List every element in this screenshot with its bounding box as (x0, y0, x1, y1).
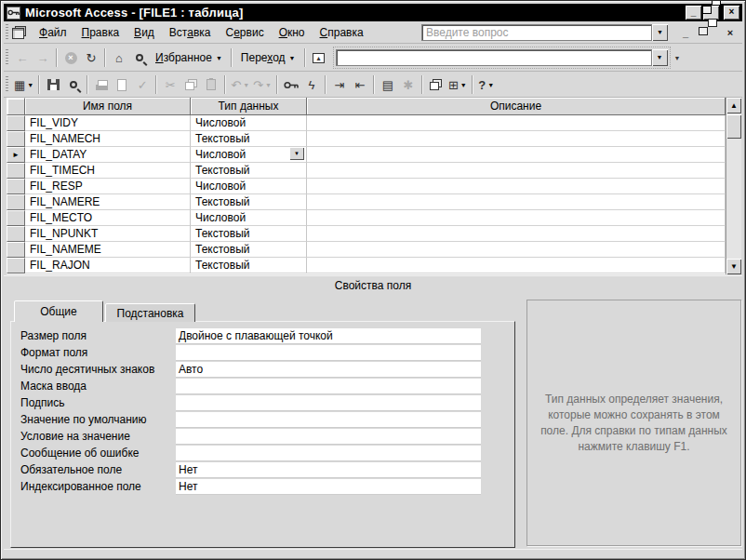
menu-tools[interactable]: Сервис (219, 23, 272, 42)
row-selector[interactable] (7, 242, 25, 258)
data-type-cell[interactable]: Текстовый (191, 258, 307, 273)
prop-field-size[interactable]: Двойное с плавающей точкой (176, 328, 481, 344)
field-name-cell[interactable]: FIL_NAMEME (25, 242, 191, 258)
prop-caption[interactable] (176, 395, 481, 411)
description-cell[interactable] (307, 242, 726, 258)
description-cell[interactable] (307, 147, 726, 163)
row-selector[interactable] (7, 131, 25, 147)
data-type-dropdown-icon[interactable]: ▼ (289, 147, 304, 160)
prop-default-value[interactable] (176, 412, 481, 428)
forward-button[interactable]: → (33, 48, 53, 68)
field-name-cell[interactable]: FIL_RAJON (25, 258, 191, 273)
child-minimize-button[interactable]: _ (679, 27, 692, 38)
field-name-cell[interactable]: FIL_VIDY (25, 115, 191, 131)
toolbar-gripper[interactable] (6, 76, 8, 93)
field-name-cell[interactable]: FIL_NAMERE (25, 194, 191, 210)
question-dropdown-icon[interactable]: ▼ (652, 24, 668, 41)
table-window-icon[interactable] (12, 26, 26, 39)
field-name-cell[interactable]: FIL_RESP (25, 179, 191, 194)
data-type-cell[interactable]: Числовой ▼ (191, 147, 307, 163)
menu-edit[interactable]: Правка (74, 23, 127, 42)
data-type-cell[interactable]: Текстовый (191, 194, 307, 210)
home-button[interactable]: ⌂ (109, 48, 129, 68)
row-selector[interactable] (7, 179, 25, 194)
row-selector[interactable] (7, 163, 25, 179)
minimize-button[interactable]: _ (686, 6, 701, 20)
copy-button[interactable] (180, 75, 201, 95)
row-selector[interactable] (7, 226, 25, 242)
row-selector-current[interactable]: ► (7, 147, 25, 163)
scroll-down-icon[interactable]: ▼ (726, 259, 741, 274)
refresh-button[interactable]: ↻ (81, 48, 101, 68)
address-dropdown-icon[interactable]: ▼ (652, 49, 668, 66)
toolbar-gripper[interactable] (6, 24, 8, 41)
field-name-cell[interactable]: FIL_NAMECH (25, 131, 191, 147)
insert-rows-button[interactable]: ⇥ (329, 75, 350, 95)
description-cell[interactable] (307, 194, 726, 210)
restore-button[interactable] (703, 6, 719, 20)
search-web-button[interactable] (129, 48, 150, 68)
back-button[interactable]: ← (12, 48, 33, 68)
field-name-cell[interactable]: FIL_MECTO (25, 210, 191, 226)
spelling-button[interactable]: ✓ (132, 75, 153, 95)
menu-window[interactable]: Окно (272, 23, 313, 42)
prop-input-mask[interactable] (176, 379, 481, 394)
indexes-button[interactable]: ϟ (301, 75, 322, 95)
show-web-toolbar-button[interactable]: ▴ (309, 48, 329, 68)
new-object-button[interactable]: ⊞▼ (446, 75, 469, 95)
child-close-button[interactable]: × (724, 27, 737, 38)
menu-file[interactable]: Файл (32, 23, 74, 42)
field-name-cell[interactable]: FIL_NPUNKT (25, 226, 191, 242)
print-preview-button[interactable] (112, 75, 132, 95)
row-selector[interactable] (7, 210, 25, 226)
data-type-cell[interactable]: Числовой (191, 115, 307, 131)
data-type-cell[interactable]: Текстовый (191, 226, 307, 242)
description-cell[interactable] (307, 115, 726, 131)
toolbar-options-icon[interactable]: ▼ (674, 55, 681, 61)
undo-button[interactable]: ↶▼ (229, 75, 251, 95)
child-restore-button[interactable] (701, 27, 714, 38)
tab-lookup[interactable]: Подстановка (105, 303, 195, 322)
scrollbar-thumb[interactable] (726, 114, 741, 139)
scroll-up-icon[interactable]: ▲ (726, 98, 741, 113)
row-selector[interactable] (7, 258, 25, 273)
address-input[interactable] (336, 49, 652, 66)
description-cell[interactable] (307, 131, 726, 147)
data-type-cell[interactable]: Текстовый (191, 131, 307, 147)
redo-button[interactable]: ↷▼ (251, 75, 273, 95)
prop-decimal-places[interactable]: Авто (176, 362, 481, 378)
description-cell[interactable] (307, 179, 726, 194)
builder-button[interactable]: ✱ (398, 75, 419, 95)
toolbar-gripper[interactable] (6, 49, 8, 66)
properties-button[interactable]: ▤ (378, 75, 398, 95)
primary-key-button[interactable] (281, 75, 301, 95)
field-name-cell[interactable]: FIL_DATAY (25, 147, 191, 163)
menu-insert[interactable]: Вставка (162, 23, 219, 42)
help-button[interactable]: ?▼ (476, 75, 497, 95)
prop-validation-rule[interactable] (176, 429, 481, 445)
view-button[interactable]: ▦▼ (12, 75, 35, 95)
description-cell[interactable] (307, 258, 726, 273)
tab-general[interactable]: Общие (14, 300, 103, 322)
go-button[interactable]: Переход ▼ (235, 48, 301, 68)
prop-format[interactable] (176, 345, 481, 361)
prop-required[interactable]: Нет (176, 462, 481, 478)
paste-button[interactable] (201, 75, 221, 95)
description-cell[interactable] (307, 163, 726, 179)
data-type-cell[interactable]: Текстовый (191, 242, 307, 258)
cut-button[interactable]: ✂ (160, 75, 180, 95)
save-button[interactable] (43, 75, 63, 95)
menu-help[interactable]: Справка (313, 23, 371, 42)
description-cell[interactable] (307, 210, 726, 226)
file-search-button[interactable] (63, 75, 84, 95)
favorites-button[interactable]: Избранное ▼ (150, 48, 228, 68)
data-type-cell[interactable]: Текстовый (191, 163, 307, 179)
row-selector[interactable] (7, 115, 25, 131)
vertical-scrollbar[interactable]: ▲ ▼ (726, 98, 741, 274)
menu-view[interactable]: Вид (127, 23, 162, 42)
close-button[interactable]: × (724, 6, 739, 20)
delete-rows-button[interactable]: ⇤ (350, 75, 370, 95)
print-button[interactable] (91, 75, 112, 95)
stop-button[interactable]: × (60, 48, 81, 68)
database-window-button[interactable] (426, 75, 446, 95)
